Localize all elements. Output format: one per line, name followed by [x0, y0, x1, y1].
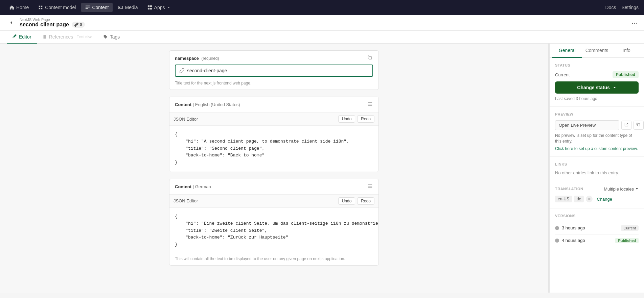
json-editor-en-label: JSON Editor	[174, 117, 198, 122]
nav-media[interactable]: Media	[114, 3, 142, 12]
editor-icon	[12, 34, 17, 39]
content-de-block: Content | German JSON Editor Undo Redo	[169, 179, 379, 266]
json-redo-en-button[interactable]: Redo	[357, 115, 374, 123]
home-icon	[9, 5, 14, 10]
breadcrumb: NextJS Web Page second-client-page 0	[20, 18, 85, 28]
sidebar-tabs: General Comments Info	[550, 44, 644, 58]
docs-link[interactable]: Docs	[605, 5, 616, 10]
svg-rect-8	[150, 8, 152, 9]
svg-rect-12	[368, 104, 372, 104]
locale-en-us: en-US	[555, 196, 572, 202]
status-section: STATUS Current Published Change status L…	[550, 58, 644, 107]
json-undo-de-button[interactable]: Undo	[338, 197, 355, 205]
svg-rect-16	[368, 187, 372, 188]
preview-external-link-button[interactable]	[621, 121, 631, 130]
tab-references[interactable]: References Exclusive	[37, 31, 98, 44]
versions-section: VERSIONS 3 hours ago Current 4 hours ago…	[550, 208, 644, 252]
content-de-header: Content | German	[169, 179, 378, 195]
locale-change-button[interactable]: Change	[595, 196, 614, 203]
content-en-block: Content | English (United States) JSON E…	[169, 97, 379, 172]
content-de-options-button[interactable]	[367, 183, 373, 190]
locale-de: de	[574, 196, 584, 202]
svg-rect-13	[368, 105, 372, 106]
content-en-lang: English (United States)	[195, 102, 240, 107]
json-editor-de-buttons: Undo Redo	[338, 197, 374, 205]
entry-title: second-client-page	[20, 22, 69, 28]
version-2-dot	[555, 239, 559, 243]
references-icon	[42, 34, 47, 39]
version-item-2: 4 hours ago Published	[555, 234, 639, 247]
content-model-icon	[38, 5, 43, 10]
copy-icon	[368, 55, 372, 60]
svg-rect-15	[368, 186, 372, 187]
breadcrumb-parent: NextJS Web Page	[20, 18, 85, 22]
nav-apps[interactable]: Apps	[143, 3, 175, 12]
back-button[interactable]	[7, 18, 16, 27]
json-content-en[interactable]: { "h1": "A second client page, to demons…	[169, 126, 378, 172]
apps-dropdown-icon	[167, 6, 170, 9]
tags-icon	[103, 34, 108, 39]
preview-setup-link[interactable]: Click here to set up a custom content pr…	[555, 146, 639, 151]
main-layout: namespace (required) Title text for the …	[0, 44, 644, 293]
svg-rect-1	[86, 7, 90, 7]
nav-content-model[interactable]: Content model	[34, 3, 80, 12]
settings-link[interactable]: Settings	[621, 5, 639, 10]
status-current-label: Current	[555, 72, 570, 77]
open-live-preview-input[interactable]	[555, 120, 619, 130]
namespace-link-icon	[180, 68, 184, 73]
versions-section-title: VERSIONS	[555, 214, 639, 218]
json-redo-de-button[interactable]: Redo	[357, 197, 374, 205]
version-1-badge: Current	[621, 225, 639, 231]
json-content-de[interactable]: { "h1": "Eine zweite client Seite, um da…	[169, 208, 378, 254]
locales-chevron-icon	[635, 187, 639, 191]
status-row: Current Published	[555, 71, 639, 78]
sidebar-tab-general[interactable]: General	[552, 44, 582, 58]
link-icon	[74, 23, 78, 27]
change-status-button[interactable]: Change status	[555, 81, 639, 94]
json-editor-de-label: JSON Editor	[174, 198, 198, 203]
content-en-options-button[interactable]	[367, 101, 373, 108]
multiple-locales-dropdown[interactable]: Multiple locales	[604, 187, 639, 192]
copy-link-icon	[637, 123, 641, 127]
link-count-badge: 0	[72, 22, 85, 28]
namespace-copy-button[interactable]	[367, 55, 373, 62]
version-2-left: 4 hours ago	[555, 238, 585, 243]
preview-copy-button[interactable]	[634, 121, 644, 130]
json-undo-en-button[interactable]: Undo	[338, 115, 355, 123]
preview-note: No preview is set up for the content typ…	[555, 133, 639, 144]
links-section-title: LINKS	[555, 162, 639, 166]
tab-editor[interactable]: Editor	[7, 31, 37, 44]
svg-rect-14	[368, 184, 372, 185]
namespace-label: namespace (required)	[175, 56, 219, 61]
version-item-1: 3 hours ago Current	[555, 222, 639, 234]
nav-content[interactable]: Content	[81, 3, 113, 12]
sidebar-tab-comments[interactable]: Comments	[582, 44, 612, 58]
svg-rect-5	[147, 5, 149, 7]
namespace-field-header: namespace (required)	[169, 51, 378, 65]
namespace-input[interactable]	[187, 68, 368, 73]
no-links-text: No other entries link to this entry.	[555, 170, 639, 175]
status-section-title: STATUS	[555, 63, 639, 67]
locale-tags: en-US de ✕ Change	[555, 196, 639, 203]
references-exclusive-badge: Exclusive	[76, 35, 92, 39]
nav-home[interactable]: Home	[5, 3, 33, 12]
more-options-button[interactable]: ···	[631, 19, 637, 27]
svg-rect-0	[86, 6, 90, 6]
translation-section: TRANSLATION Multiple locales en-US de ✕ …	[550, 181, 644, 208]
json-editor-de: JSON Editor Undo Redo { "h1": "Eine zwei…	[169, 195, 378, 254]
svg-rect-6	[150, 5, 152, 7]
locale-remove-button[interactable]: ✕	[586, 196, 593, 202]
content-en-title: Content | English (United States)	[175, 102, 240, 107]
svg-rect-7	[147, 8, 149, 9]
svg-rect-17	[638, 124, 640, 126]
options-icon	[368, 102, 372, 106]
sidebar-tab-info[interactable]: Info	[612, 44, 641, 58]
external-link-icon	[624, 123, 628, 127]
svg-rect-11	[368, 102, 372, 103]
json-editor-en: JSON Editor Undo Redo { "h1": "A second …	[169, 113, 378, 172]
tab-tags[interactable]: Tags	[98, 31, 125, 44]
namespace-hint: Title text for the next js frontend web …	[169, 79, 378, 90]
preview-input-row	[555, 120, 639, 130]
last-saved-text: Last saved 3 hours ago	[555, 96, 639, 101]
content-inner: namespace (required) Title text for the …	[156, 50, 392, 266]
